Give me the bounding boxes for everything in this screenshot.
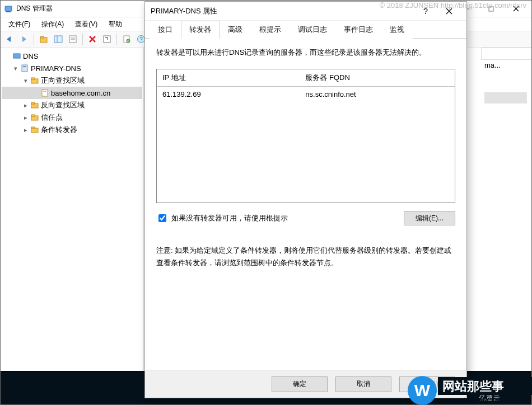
menu-file[interactable]: 文件(F) bbox=[3, 18, 36, 30]
svg-marker-6 bbox=[7, 36, 11, 42]
tree-server[interactable]: ▾ PRIMARY-DNS bbox=[2, 62, 142, 74]
svg-rect-24 bbox=[23, 66, 26, 67]
records-column-header[interactable] bbox=[481, 48, 531, 60]
forwarders-description: 转发器是可以用来进行DNS记录查询的服务器，而这些纪录是该服务器无法解决的。 bbox=[156, 46, 455, 59]
menu-help[interactable]: 帮助 bbox=[103, 18, 128, 30]
cell-ip: 61.139.2.69 bbox=[157, 87, 300, 102]
svg-rect-34 bbox=[31, 127, 35, 129]
new-query-button[interactable] bbox=[120, 32, 133, 46]
tab-advanced[interactable]: 高级 bbox=[220, 21, 251, 39]
use-root-hints-input[interactable] bbox=[158, 214, 166, 222]
dns-root-icon bbox=[12, 51, 22, 60]
tab-event-log[interactable]: 事件日志 bbox=[335, 21, 381, 39]
expander-icon[interactable]: ▸ bbox=[22, 114, 30, 121]
tree-label: basehome.com.cn bbox=[51, 89, 110, 97]
svg-rect-32 bbox=[31, 115, 35, 116]
forward-button[interactable] bbox=[17, 32, 31, 46]
dialog-title: PRIMARY-DNS 属性 bbox=[151, 6, 217, 16]
svg-rect-9 bbox=[40, 36, 44, 38]
expander-icon[interactable]: ▸ bbox=[22, 126, 30, 134]
tab-interfaces[interactable]: 接口 bbox=[150, 21, 181, 39]
properties-icon-button[interactable] bbox=[66, 32, 80, 46]
tree-label: DNS bbox=[23, 52, 38, 60]
forwarders-table: IP 地址 服务器 FQDN 61.139.2.69 ns.sc.cninfo.… bbox=[156, 69, 455, 203]
svg-text:?: ? bbox=[139, 36, 143, 43]
svg-rect-23 bbox=[22, 65, 27, 72]
tree-label: 正向查找区域 bbox=[41, 76, 85, 86]
svg-marker-7 bbox=[22, 36, 26, 42]
folder-icon bbox=[30, 113, 40, 122]
tree-label: 信任点 bbox=[41, 112, 63, 123]
tree-label: 反向查找区域 bbox=[41, 100, 85, 110]
svg-rect-10 bbox=[54, 36, 62, 43]
use-root-hints-label: 如果没有转发器可用，请使用根提示 bbox=[171, 213, 288, 223]
tab-monitoring[interactable]: 监视 bbox=[381, 21, 413, 39]
cancel-button[interactable]: 取消 bbox=[335, 376, 391, 392]
svg-rect-0 bbox=[5, 6, 12, 11]
show-hide-console-tree-button[interactable] bbox=[52, 32, 65, 46]
ok-button[interactable]: 确定 bbox=[272, 376, 328, 392]
svg-rect-27 bbox=[42, 90, 48, 96]
folder-icon bbox=[30, 125, 40, 134]
tree-reverse-zones[interactable]: ▸ 反向查找区域 bbox=[2, 99, 142, 111]
server-icon bbox=[20, 64, 30, 73]
forwarders-table-header: IP 地址 服务器 FQDN bbox=[157, 69, 455, 87]
use-root-hints-checkbox[interactable]: 如果没有转发器可用，请使用根提示 bbox=[156, 213, 288, 224]
delete-button[interactable] bbox=[86, 32, 99, 46]
tab-forwarders[interactable]: 转发器 bbox=[181, 21, 220, 39]
expander-icon[interactable]: ▾ bbox=[12, 65, 20, 72]
svg-rect-22 bbox=[13, 54, 20, 58]
logo-en-text: wangzhanshi.COM bbox=[442, 397, 503, 404]
tree-trust-points[interactable]: ▸ 信任点 bbox=[2, 111, 142, 124]
logo-cn-text: 网站那些事 bbox=[442, 379, 504, 393]
svg-rect-17 bbox=[104, 36, 110, 43]
zone-icon bbox=[40, 88, 50, 97]
svg-rect-1 bbox=[6, 11, 11, 12]
tree-label: PRIMARY-DNS bbox=[31, 64, 81, 73]
back-button[interactable] bbox=[3, 32, 16, 46]
menu-action[interactable]: 操作(A) bbox=[36, 18, 69, 30]
tree-conditional-fwd[interactable]: ▸ 条件转发器 bbox=[2, 124, 142, 136]
edit-forwarders-button[interactable]: 编辑(E)... bbox=[404, 211, 455, 225]
svg-rect-12 bbox=[69, 36, 76, 43]
dns-app-icon bbox=[4, 4, 13, 13]
record-cell-selected[interactable] bbox=[484, 92, 527, 103]
forwarders-table-body[interactable]: 61.139.2.69 ns.sc.cninfo.net bbox=[157, 87, 455, 202]
menu-view[interactable]: 查看(V) bbox=[69, 18, 103, 30]
tree-zone-basehome[interactable]: basehome.com.cn bbox=[2, 87, 142, 99]
col-header-fqdn[interactable]: 服务器 FQDN bbox=[300, 69, 455, 86]
refresh-button[interactable] bbox=[100, 32, 114, 46]
folder-icon bbox=[30, 76, 40, 85]
record-cell[interactable]: ma... bbox=[481, 60, 531, 71]
tree-root-dns[interactable]: DNS bbox=[2, 50, 142, 62]
tree-pane[interactable]: DNS ▾ PRIMARY-DNS ▾ 正向查找区域 basehome.com.… bbox=[1, 48, 144, 404]
dialog-body: 转发器是可以用来进行DNS记录查询的服务器，而这些纪录是该服务器无法解决的。 I… bbox=[145, 39, 466, 370]
dialog-tabstrip: 接口 转发器 高级 根提示 调试日志 事件日志 监视 bbox=[145, 21, 466, 39]
expander-icon[interactable]: ▸ bbox=[22, 102, 30, 109]
forwarders-options-row: 如果没有转发器可用，请使用根提示 编辑(E)... bbox=[156, 211, 455, 225]
folder-icon bbox=[30, 101, 40, 110]
svg-text:W: W bbox=[414, 381, 431, 399]
svg-rect-28 bbox=[43, 91, 46, 92]
properties-dialog: PRIMARY-DNS 属性 ? 接口 转发器 高级 根提示 调试日志 事件日志… bbox=[144, 1, 467, 398]
site-watermark-logo: W 网站那些事 wangzhanshi.COM bbox=[405, 374, 532, 405]
records-fragment: ma... bbox=[481, 60, 531, 144]
cell-fqdn: ns.sc.cninfo.net bbox=[300, 87, 455, 102]
col-header-ip[interactable]: IP 地址 bbox=[157, 69, 300, 86]
tab-debug-log[interactable]: 调试日志 bbox=[290, 21, 335, 39]
forwarder-row[interactable]: 61.139.2.69 ns.sc.cninfo.net bbox=[157, 87, 455, 102]
svg-rect-30 bbox=[31, 102, 35, 104]
expander-icon[interactable]: ▾ bbox=[22, 77, 30, 84]
watermark-top: © 2018 ZJUNSEN http://blog.51cto.com/rds… bbox=[380, 1, 526, 10]
svg-point-19 bbox=[127, 39, 130, 43]
main-title: DNS 管理器 bbox=[16, 4, 53, 13]
up-button[interactable] bbox=[37, 32, 50, 46]
tab-root-hints[interactable]: 根提示 bbox=[251, 21, 290, 39]
forwarders-note: 注意: 如果为给定域定义了条件转发器，则将使用它们代替服务器级别的转发器。若要创… bbox=[156, 244, 455, 269]
tree-forward-zones[interactable]: ▾ 正向查找区域 bbox=[2, 74, 142, 87]
svg-rect-26 bbox=[31, 78, 35, 79]
tree-label: 条件转发器 bbox=[41, 125, 77, 135]
